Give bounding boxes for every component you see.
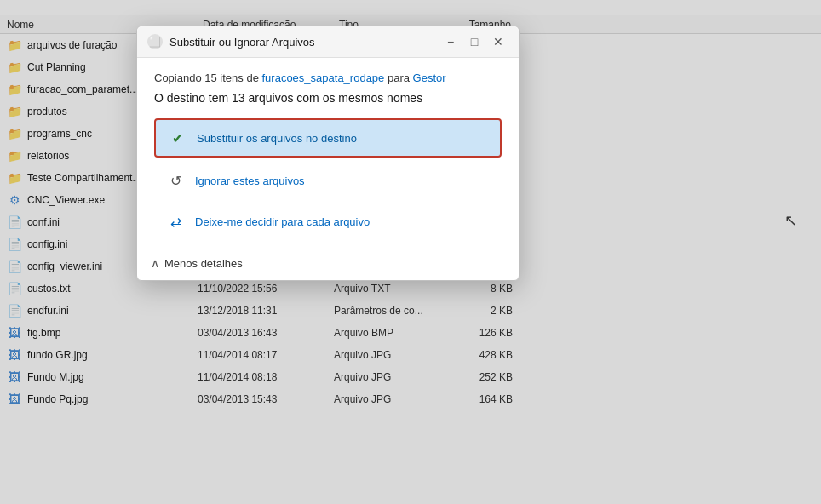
- dialog-question: O destino tem 13 arquivos com os mesmos …: [154, 91, 502, 105]
- maximize-button[interactable]: □: [464, 33, 485, 50]
- option-decide[interactable]: ⇄ Deixe-me decidir para cada arquivo: [154, 203, 502, 239]
- option-text-replace: Substituir os arquivos no destino: [197, 132, 357, 145]
- option-replace[interactable]: ✔ Substituir os arquivos no destino: [154, 118, 502, 158]
- dialog-content: Copiando 15 itens de furacoes_sapata_rod…: [137, 58, 519, 251]
- close-button[interactable]: ✕: [488, 33, 508, 50]
- option-skip[interactable]: ↺ Ignorar estes arquivos: [154, 163, 502, 198]
- option-icon-replace: ✔: [168, 129, 187, 147]
- copying-dest-link[interactable]: Gestor: [413, 72, 446, 84]
- option-icon-skip: ↺: [166, 171, 185, 190]
- copying-prefix: Copiando 15 itens de: [154, 72, 261, 84]
- dialog: ⬜ Substituir ou Ignorar Arquivos − □ ✕ C…: [136, 26, 520, 281]
- copying-mid: para: [388, 72, 413, 84]
- footer-less-details[interactable]: ∧ Menos detalhes: [137, 251, 519, 280]
- copying-source-link[interactable]: furacoes_sapata_rodape: [261, 72, 384, 84]
- dialog-controls: − □ ✕: [440, 33, 508, 50]
- chevron-up-icon: ∧: [151, 256, 159, 270]
- option-text-decide: Deixe-me decidir para cada arquivo: [195, 215, 370, 228]
- options-container: ✔ Substituir os arquivos no destino ↺ Ig…: [154, 118, 502, 239]
- option-text-skip: Ignorar estes arquivos: [195, 175, 305, 187]
- dialog-title-text: Substituir ou Ignorar Arquivos: [169, 36, 440, 49]
- option-icon-decide: ⇄: [166, 212, 185, 231]
- minimize-button[interactable]: −: [440, 33, 461, 50]
- dialog-title-icon: ⬜: [147, 34, 163, 49]
- copying-line: Copiando 15 itens de furacoes_sapata_rod…: [154, 72, 502, 84]
- footer-text: Menos detalhes: [164, 257, 243, 270]
- dialog-titlebar: ⬜ Substituir ou Ignorar Arquivos − □ ✕: [137, 26, 519, 58]
